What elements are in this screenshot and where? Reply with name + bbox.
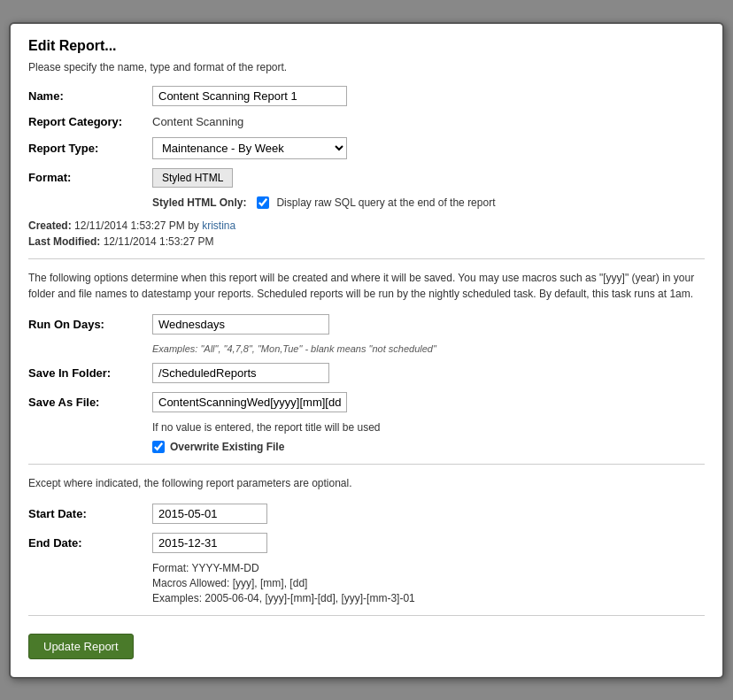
window-subtitle: Please specify the name, type and format… <box>28 61 705 73</box>
last-modified-value: 12/11/2014 1:53:27 PM <box>104 235 214 248</box>
created-info: Created: 12/11/2014 1:53:27 PM by kristi… <box>28 219 705 232</box>
save-folder-row: Save In Folder: <box>28 363 705 383</box>
overwrite-label: Overwrite Existing File <box>170 441 284 453</box>
report-category-value: Content Scanning <box>152 115 243 128</box>
run-on-days-input[interactable] <box>152 314 329 335</box>
styled-html-only-label: Styled HTML Only: <box>152 196 246 209</box>
run-on-days-row: Run On Days: <box>28 314 705 335</box>
start-date-row: Start Date: <box>28 504 705 524</box>
name-input[interactable] <box>152 86 347 106</box>
created-user-link[interactable]: kristina <box>202 219 235 232</box>
display-raw-sql-checkbox[interactable] <box>257 196 269 209</box>
format-button[interactable]: Styled HTML <box>152 168 233 188</box>
format-row: Format: Styled HTML <box>28 168 705 188</box>
edit-report-window: Edit Report... Please specify the name, … <box>9 22 724 679</box>
divider-2 <box>28 464 705 465</box>
report-type-row: Report Type: Maintenance - By Week <box>28 137 705 159</box>
window-title: Edit Report... <box>28 38 705 54</box>
update-report-button[interactable]: Update Report <box>28 634 134 659</box>
scheduling-desc: The following options determine when thi… <box>28 270 705 302</box>
styled-html-row: Styled HTML Only: Display raw SQL query … <box>152 196 705 209</box>
overwrite-row: Overwrite Existing File <box>152 441 705 453</box>
meta-section: Created: 12/11/2014 1:53:27 PM by kristi… <box>28 219 705 248</box>
save-file-input[interactable] <box>152 392 347 412</box>
end-date-input[interactable] <box>152 533 267 553</box>
report-category-row: Report Category: Content Scanning <box>28 115 705 128</box>
format-hint: Format: YYYY-MM-DD <box>152 562 705 574</box>
created-value: 12/11/2014 1:53:27 PM by <box>74 219 199 232</box>
save-file-label: Save As File: <box>28 396 152 409</box>
examples-hint: Examples: 2005-06-04, [yyy]-[mm]-[dd], [… <box>152 592 705 604</box>
run-on-days-label: Run On Days: <box>28 318 152 331</box>
start-date-label: Start Date: <box>28 507 152 520</box>
save-folder-input[interactable] <box>152 363 329 383</box>
name-label: Name: <box>28 89 152 103</box>
name-row: Name: <box>28 86 705 106</box>
divider-3 <box>28 615 705 616</box>
format-label: Format: <box>28 171 152 184</box>
parameters-desc: Except where indicated, the following re… <box>28 475 705 491</box>
save-file-row: Save As File: <box>28 392 705 412</box>
overwrite-checkbox[interactable] <box>152 441 165 453</box>
created-label: Created: <box>28 219 72 232</box>
start-date-input[interactable] <box>152 504 267 524</box>
report-type-select[interactable]: Maintenance - By Week <box>152 137 347 159</box>
save-file-hint: If no value is entered, the report title… <box>152 421 705 434</box>
save-folder-label: Save In Folder: <box>28 366 152 380</box>
last-modified-label: Last Modified: <box>28 235 100 248</box>
report-category-label: Report Category: <box>28 115 152 128</box>
last-modified-info: Last Modified: 12/11/2014 1:53:27 PM <box>28 235 705 248</box>
display-raw-sql-label: Display raw SQL query at the end of the … <box>276 196 495 209</box>
end-date-label: End Date: <box>28 536 152 550</box>
macros-hint: Macros Allowed: [yyy], [mm], [dd] <box>152 577 705 589</box>
divider-1 <box>28 258 705 259</box>
report-type-label: Report Type: <box>28 142 152 155</box>
date-hints: Format: YYYY-MM-DD Macros Allowed: [yyy]… <box>152 562 705 604</box>
run-on-days-hint: Examples: "All", "4,7,8", "Mon,Tue" - bl… <box>152 343 705 354</box>
end-date-row: End Date: <box>28 533 705 553</box>
